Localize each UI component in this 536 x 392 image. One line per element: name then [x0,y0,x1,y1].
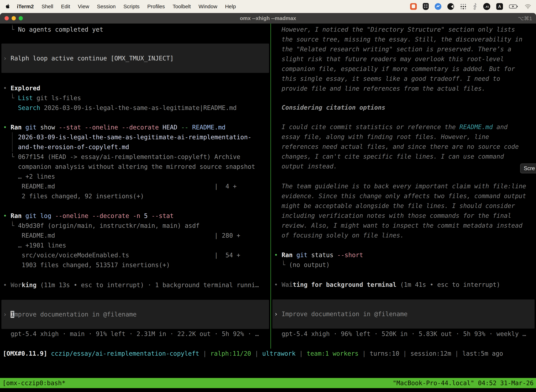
terminal-line: However, I noticed the "Directory Struct… [271,25,536,34]
window-titlebar-wrap: omx --xhigh --madmax ⌥⌘1 [0,13,536,23]
terminal-line: might be acceptable alongside the file l… [271,201,536,211]
battery-percent-badge[interactable]: ..61 [483,3,490,10]
menu-item-help[interactable]: Help [225,4,236,9]
terminal-line: review. Also, I might want to inspect th… [271,221,536,230]
apple-menu-icon[interactable] [5,4,10,9]
terminal-line: • Working (11m 13s • esc to interrupt) ·… [0,280,270,290]
terminal-line: the "Related research writing" section i… [271,44,536,54]
terminal-line: 1903 files changed, 513517 insertions(+) [0,260,270,270]
menu-item-shell[interactable]: Shell [42,4,53,9]
close-button[interactable] [5,16,9,20]
terminal-line: essay file, along with finding root file… [271,132,536,142]
terminal-line: └ (no output) [271,260,536,270]
terminal-line: … +2 lines [0,172,270,182]
terminal-line: slight risk that future readers may over… [271,54,536,64]
terminal-line: └ List git ls-files [0,93,270,103]
pane-left: └ No agents completed yet› Ralph loop ac… [0,23,270,349]
filler-strip [0,359,536,378]
pane-right: However, I noticed the "Directory Struct… [271,23,536,349]
menu-items: iTerm2ShellEditViewSessionScriptsProfile… [17,4,236,9]
input-source-a-icon[interactable]: A [496,3,503,10]
pane-right-lines: However, I noticed the "Directory Struct… [271,25,536,339]
omx-status-row: [OMX#0.11.9] cczip/essay/ai-reimplementa… [0,349,536,359]
terminal-line: • Ran git show --stat --oneline --decora… [0,122,270,132]
terminal-line: the source tree, missing the essay. Stil… [271,34,536,44]
menu-bar-extras: ..61 A [410,3,531,10]
hook-app-icon[interactable] [472,3,477,10]
traffic-lights [5,16,23,20]
terminal-line: of focusing solely on file lines. [271,230,536,240]
ralph-loop-banner: › Ralph loop active continue [OMX_TMUX_I… [1,44,269,73]
battery-icon[interactable] [509,4,519,9]
prompt-input[interactable]: › Improve documentation in @filename [1,300,269,329]
terminal-line: I could cite commit statistics or refere… [271,122,536,132]
loom-app-icon[interactable] [447,3,454,10]
menu-item-scripts[interactable]: Scripts [124,4,140,9]
model-status-line: gpt-5.4 xhigh · main · 91% left · 2.31M … [0,329,270,339]
terminal-line: and-the-erosion-of-copyleft.md [0,142,270,152]
menu-item-window[interactable]: Window [199,4,217,9]
terminal-line: including verification notes with those … [271,211,536,221]
terminal-content: └ No agents completed yet› Ralph loop ac… [0,23,536,349]
terminal-line: The team guideline is to back every impo… [271,181,536,191]
pane-left-lines: └ No agents completed yet› Ralph loop ac… [0,25,270,339]
minimize-button[interactable] [12,16,16,20]
terminal-line: provide file and line references from th… [271,84,536,93]
window-title: omx --xhigh --madmax [240,15,296,21]
terminal-line: … +1901 lines [0,240,270,250]
terminal-line: └ 4b9d30f (origin/main, instructkr/main,… [0,221,270,231]
terminal-line: companion file, especially if more comme… [271,64,536,74]
bottom-strip [0,388,536,392]
terminal-line: companion analysis without altering the … [0,162,270,172]
terminal-line: • Ran git status --short [271,250,536,260]
menu-item-session[interactable]: Session [97,4,116,9]
menu-item-view[interactable]: View [78,4,89,9]
terminal-line: └ No agents completed yet [0,25,270,34]
shield-app-icon[interactable] [423,3,429,10]
terminal-line: 2 files changed, 92 insertions(+) [0,191,270,201]
menu-item-profiles[interactable]: Profiles [147,4,165,9]
terminal-line: README.md | 4 + [0,182,270,191]
menu-item-iterm2[interactable]: iTerm2 [17,4,34,9]
reasoning-heading: Considering citation options [271,103,536,112]
window-shortcut-badge: ⌥⌘1 [518,15,532,21]
menu-item-edit[interactable]: Edit [61,4,70,9]
prompt-input[interactable]: › Improve documentation in @filename [273,299,535,329]
terminal-line: • Waiting for background terminal (1m 41… [271,280,536,289]
tmux-session-label: [omx-cczip0:bash* [2,379,65,387]
messenger-app-icon[interactable] [435,3,441,10]
screen-overlay-button[interactable]: Scre [520,163,536,173]
terminal-line: changes, I can't cite specific file line… [271,152,536,161]
model-status-line: gpt-5.4 xhigh · 96% left · 520K in · 5.8… [271,329,536,339]
tmux-host-clock: "MacBook-Pro-44.local" 04:52 31-Mar-26 [393,379,534,387]
zoom-button[interactable] [19,16,23,20]
terminal-line: • Explored [0,83,270,93]
terminal-line: └ 067f154 (HEAD -> essay/ai-reimplementa… [0,152,270,162]
chat-app-icon[interactable] [410,3,417,10]
terminal-line: references need actual files, and since … [271,142,536,152]
terminal-line: 2026-03-09-is-legal-the-same-as-legitima… [0,132,270,142]
terminal-line: output instead. [271,161,536,171]
terminal-line: Search 2026-03-09-is-legal-the-same-as-l… [0,103,270,113]
terminal-line: README.md | 280 + [0,231,270,240]
terminal-line: evidence. Since this change only affects… [271,191,536,201]
terminal-line: src/voice/voiceModeEnabled.ts | 54 + [0,250,270,260]
terminal-line: this single essay, it seems like a good … [271,74,536,84]
wifi-icon[interactable] [525,4,531,9]
window-titlebar[interactable]: omx --xhigh --madmax ⌥⌘1 [0,13,536,23]
dots-grid-icon[interactable] [460,3,466,10]
omx-status-line: [OMX#0.11.9] cczip/essay/ai-reimplementa… [0,349,536,359]
macos-menu-bar: iTerm2ShellEditViewSessionScriptsProfile… [0,0,536,13]
menu-item-toolbelt[interactable]: Toolbelt [173,4,191,9]
tmux-status-bar: [omx-cczip0:bash* "MacBook-Pro-44.local"… [0,378,536,388]
terminal-line: • Ran git log --oneline --decorate -n 5 … [0,211,270,221]
